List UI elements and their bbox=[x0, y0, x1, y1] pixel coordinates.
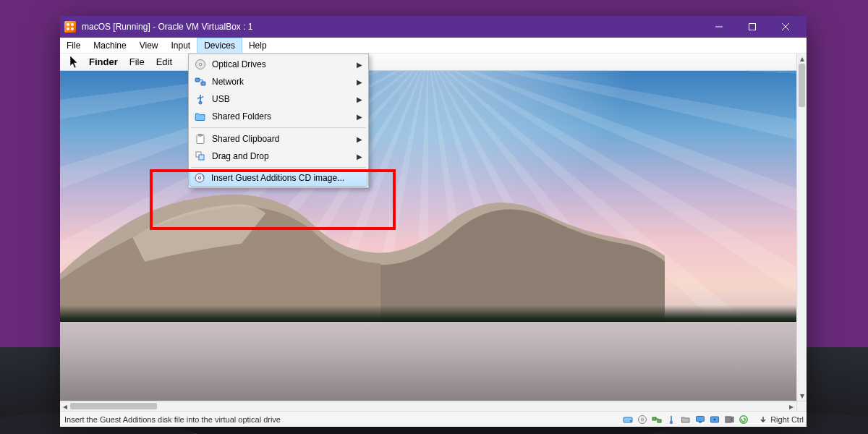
menubar: File Machine View Input Devices Help bbox=[60, 38, 807, 54]
scroll-track[interactable] bbox=[797, 64, 807, 391]
folder-icon bbox=[195, 111, 206, 122]
svg-rect-9 bbox=[199, 135, 203, 137]
disc-icon bbox=[195, 59, 206, 70]
window-title: macOS [Running] - Oracle VM VirtualBox :… bbox=[82, 22, 253, 32]
submenu-arrow-icon: ▶ bbox=[355, 113, 362, 121]
scroll-corner bbox=[796, 401, 807, 411]
hostkey-indicator[interactable]: Right Ctrl bbox=[754, 415, 804, 424]
guest-menu-finder[interactable]: Finder bbox=[89, 56, 118, 67]
guest-vertical-scrollbar[interactable]: ▴ ▾ bbox=[796, 54, 807, 401]
menu-item-label: Shared Folders bbox=[212, 111, 349, 122]
statusbar: Insert the Guest Additions disk file int… bbox=[60, 411, 807, 427]
menu-item-label: Network bbox=[212, 77, 349, 87]
menu-item-label: Optical Drives bbox=[212, 59, 349, 69]
drag-icon bbox=[195, 150, 206, 162]
svg-point-6 bbox=[197, 98, 199, 99]
guest-menu-edit[interactable]: Edit bbox=[156, 56, 172, 67]
scroll-track[interactable] bbox=[70, 401, 786, 411]
menu-machine[interactable]: Machine bbox=[87, 38, 132, 53]
menu-view[interactable]: View bbox=[133, 38, 165, 53]
status-recording-icon[interactable] bbox=[723, 413, 736, 426]
maximize-button[interactable] bbox=[736, 16, 769, 38]
guest-horizontal-scrollbar[interactable]: ◂ ▸ bbox=[60, 401, 796, 411]
menu-help[interactable]: Help bbox=[242, 38, 273, 53]
status-vm-state-icon[interactable] bbox=[737, 413, 750, 426]
close-icon bbox=[782, 23, 789, 30]
submenu-arrow-icon: ▶ bbox=[355, 135, 362, 143]
status-video-capture-icon[interactable] bbox=[708, 413, 721, 426]
maximize-icon bbox=[749, 23, 756, 30]
status-display-icon[interactable] bbox=[694, 413, 707, 426]
scroll-thumb[interactable] bbox=[799, 64, 805, 107]
status-shared-folder-icon[interactable] bbox=[679, 413, 692, 426]
virtualbox-app-icon bbox=[64, 21, 76, 33]
network-icon bbox=[195, 76, 206, 88]
svg-rect-7 bbox=[202, 96, 203, 98]
submenu-arrow-icon: ▶ bbox=[355, 153, 362, 161]
svg-rect-11 bbox=[199, 155, 204, 160]
menu-insert-guest-additions[interactable]: Insert Guest Additions CD image... bbox=[190, 169, 367, 187]
svg-point-5 bbox=[199, 101, 202, 104]
scroll-up-icon[interactable]: ▴ bbox=[797, 54, 807, 64]
scroll-thumb[interactable] bbox=[70, 403, 157, 409]
svg-rect-19 bbox=[658, 420, 661, 422]
submenu-arrow-icon: ▶ bbox=[355, 61, 362, 69]
scroll-left-icon[interactable]: ◂ bbox=[60, 401, 70, 411]
status-network-icon[interactable] bbox=[650, 413, 663, 426]
scroll-right-icon[interactable]: ▸ bbox=[786, 401, 796, 411]
svg-rect-18 bbox=[652, 417, 656, 420]
svg-rect-4 bbox=[201, 82, 205, 85]
svg-rect-0 bbox=[749, 24, 756, 30]
menu-drag-and-drop[interactable]: Drag and Drop ▶ bbox=[190, 148, 367, 165]
status-icons bbox=[621, 413, 750, 426]
scroll-down-icon[interactable]: ▾ bbox=[797, 391, 807, 401]
svg-rect-25 bbox=[726, 417, 731, 422]
titlebar[interactable]: macOS [Running] - Oracle VM VirtualBox :… bbox=[60, 16, 807, 38]
menu-usb[interactable]: USB ▶ bbox=[190, 90, 367, 108]
svg-rect-22 bbox=[699, 422, 702, 423]
menu-file[interactable]: File bbox=[60, 38, 87, 53]
menu-devices[interactable]: Devices bbox=[197, 38, 242, 53]
menu-network[interactable]: Network ▶ bbox=[190, 73, 367, 90]
guest-macos-menubar[interactable]: Finder File Edit bbox=[60, 54, 796, 71]
guest-wallpaper bbox=[60, 71, 796, 401]
menu-item-label: Shared Clipboard bbox=[212, 134, 349, 144]
minimize-icon bbox=[715, 23, 723, 30]
minimize-button[interactable] bbox=[702, 16, 736, 38]
menu-separator bbox=[191, 167, 366, 168]
menu-shared-folders[interactable]: Shared Folders ▶ bbox=[190, 108, 367, 125]
svg-rect-3 bbox=[195, 78, 200, 82]
status-usb-icon[interactable] bbox=[665, 413, 678, 426]
submenu-arrow-icon: ▶ bbox=[355, 78, 362, 86]
svg-point-17 bbox=[642, 418, 644, 420]
virtualbox-window: macOS [Running] - Oracle VM VirtualBox :… bbox=[60, 16, 807, 427]
menu-optical-drives[interactable]: Optical Drives ▶ bbox=[190, 56, 367, 73]
status-disc-icon[interactable] bbox=[636, 413, 649, 426]
menu-input[interactable]: Input bbox=[165, 38, 197, 53]
svg-rect-14 bbox=[624, 417, 632, 422]
svg-point-24 bbox=[714, 418, 716, 420]
status-hdd-icon[interactable] bbox=[621, 413, 634, 426]
menu-item-label: Drag and Drop bbox=[212, 151, 349, 161]
menu-item-label: Insert Guest Additions CD image... bbox=[211, 173, 363, 183]
hostkey-label: Right Ctrl bbox=[770, 415, 804, 424]
menu-shared-clipboard[interactable]: Shared Clipboard ▶ bbox=[190, 130, 367, 148]
hostkey-arrow-icon bbox=[759, 415, 767, 424]
svg-point-13 bbox=[198, 176, 200, 179]
menu-item-label: USB bbox=[212, 94, 349, 104]
svg-rect-21 bbox=[697, 416, 705, 421]
guest-menu-file[interactable]: File bbox=[129, 56, 145, 67]
menu-separator bbox=[191, 127, 366, 128]
submenu-arrow-icon: ▶ bbox=[355, 95, 362, 103]
guest-display[interactable]: Finder File Edit ▴ ▾ ◂ bbox=[60, 54, 807, 411]
close-button[interactable] bbox=[769, 16, 802, 38]
cd-insert-icon bbox=[194, 172, 205, 184]
clipboard-icon bbox=[195, 133, 206, 145]
svg-point-2 bbox=[199, 63, 202, 66]
usb-icon bbox=[195, 93, 206, 105]
devices-dropdown: Optical Drives ▶ Network ▶ USB ▶ bbox=[188, 54, 369, 188]
svg-point-20 bbox=[671, 421, 673, 423]
svg-point-15 bbox=[630, 420, 631, 422]
statusbar-hint: Insert the Guest Additions disk file int… bbox=[63, 415, 621, 424]
